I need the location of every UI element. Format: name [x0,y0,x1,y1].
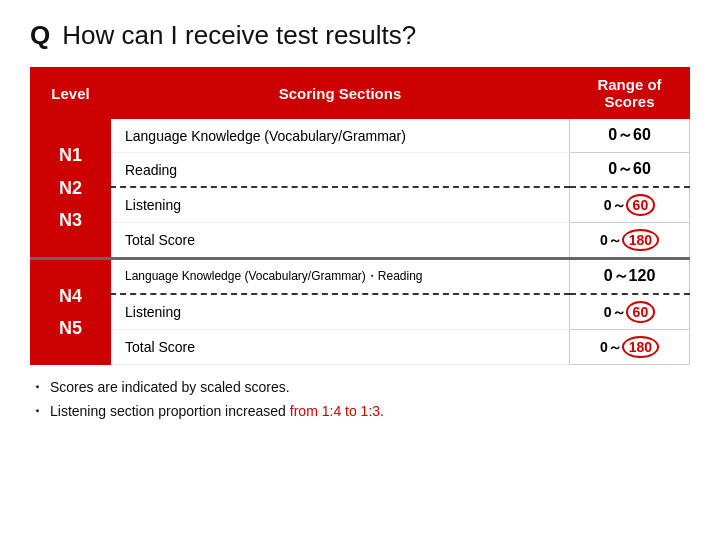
title-text: How can I receive test results? [62,20,416,51]
table-row: Total Score 0～180 [31,223,690,259]
level-n4-n5: N4N5 [31,259,111,365]
range-cell: 0～60 [570,119,690,153]
table-row: Listening 0～60 [31,294,690,330]
table-row: N1N2N3 Language Knowledge (Vocabulary/Gr… [31,119,690,153]
scoring-table: Level Scoring Sections Range ofScores N1… [30,67,690,365]
footnote-2: ・ Listening section proportion increased… [30,403,690,421]
range-cell: 0～120 [570,259,690,295]
col-header-range: Range ofScores [570,68,690,119]
scoring-cell: Language Knowledge (Vocabulary/Grammar)・… [111,259,570,295]
scoring-cell: Listening [111,294,570,330]
table-row: N4N5 Language Knowledge (Vocabulary/Gram… [31,259,690,295]
footnote-2-text: Listening section proportion increased [50,403,286,419]
footnote-bullet: ・ [30,403,44,421]
footnotes: ・ Scores are indicated by scaled scores.… [30,379,690,427]
table-header-row: Level Scoring Sections Range ofScores [31,68,690,119]
col-header-scoring: Scoring Sections [111,68,570,119]
range-cell: 0～180 [570,330,690,365]
range-cell: 0～60 [570,187,690,223]
title-q: Q [30,20,50,51]
footnote-bullet: ・ [30,379,44,397]
page-title: Q How can I receive test results? [30,20,690,51]
table-row: Listening 0～60 [31,187,690,223]
col-header-level: Level [31,68,111,119]
scoring-cell: Listening [111,187,570,223]
footnote-2-highlight: from 1:4 to 1:3. [290,403,384,419]
page: Q How can I receive test results? Level … [0,0,720,540]
table-row: Total Score 0～180 [31,330,690,365]
range-cell: 0～60 [570,153,690,188]
footnote-1: ・ Scores are indicated by scaled scores. [30,379,690,397]
range-cell: 0～60 [570,294,690,330]
scoring-cell: Language Knowledge (Vocabulary/Grammar) [111,119,570,153]
scoring-cell: Total Score [111,223,570,259]
footnote-1-text: Scores are indicated by scaled scores. [50,379,290,395]
level-n1-n3: N1N2N3 [31,119,111,259]
range-cell: 0～180 [570,223,690,259]
scoring-cell: Reading [111,153,570,188]
scoring-cell: Total Score [111,330,570,365]
table-row: Reading 0～60 [31,153,690,188]
